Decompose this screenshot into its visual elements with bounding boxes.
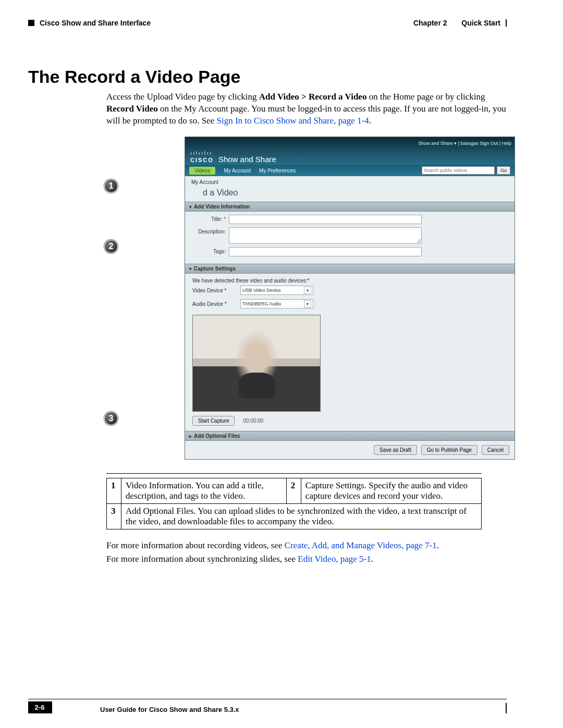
video-device-label: Video Device * <box>192 288 235 293</box>
audio-device-select[interactable]: TANDBERG Audio▾ <box>240 299 313 309</box>
signin-link[interactable]: Sign In to Cisco Show and Share, page 1-… <box>217 116 369 126</box>
chevron-down-icon: ▾ <box>304 300 311 307</box>
header-square-icon <box>28 20 34 26</box>
capture-timer: 00:00:00 <box>243 418 263 424</box>
breadcrumb[interactable]: My Account <box>185 176 515 188</box>
more-info-sync: For more information about synchronizing… <box>106 552 507 566</box>
description-label: Description: <box>192 227 229 237</box>
tab-my-account[interactable]: My Account <box>224 168 251 174</box>
legend-num-3: 3 <box>107 504 121 529</box>
app-screenshot: Show and Share ▾ | basugas Sign Out | He… <box>185 137 515 460</box>
audio-device-label: Audio Device * <box>192 301 235 307</box>
tab-my-preferences[interactable]: My Preferences <box>259 168 296 174</box>
accordion-video-info[interactable]: Add Video Information <box>185 202 515 212</box>
save-draft-button[interactable]: Save as Draft <box>374 445 417 455</box>
product-name: Show and Share <box>218 155 276 164</box>
legend-num-2: 2 <box>286 478 301 504</box>
detected-devices-msg: We have detected these video and audio d… <box>185 274 515 283</box>
tab-videos[interactable]: Videos <box>189 167 215 175</box>
page-title: The Record a Video Page <box>28 67 507 87</box>
brand-row: ıılıılıı CISCO Show and Share <box>185 150 515 165</box>
page-footer: 2-6 User Guide for Cisco Show and Share … <box>28 699 507 713</box>
title-input[interactable] <box>229 215 422 224</box>
footer-bar-icon <box>506 703 507 713</box>
cancel-button[interactable]: Cancel <box>482 445 509 455</box>
callout-1-icon: 1 <box>104 179 118 193</box>
tags-input[interactable] <box>229 247 422 256</box>
callout-2-icon: 2 <box>104 240 118 253</box>
chevron-right-icon <box>189 433 192 439</box>
accordion-capture-settings[interactable]: Capture Settings <box>185 264 515 274</box>
description-input[interactable] <box>229 227 422 244</box>
chevron-down-icon <box>189 266 192 272</box>
legend-text-1: Video Information. You can add a title, … <box>121 478 287 504</box>
accordion-optional-files[interactable]: Add Optional Files <box>185 431 515 441</box>
callout-3-icon: 3 <box>104 412 118 425</box>
legend-text-3: Add Optional Files. You can upload slide… <box>121 504 482 529</box>
publish-button[interactable]: Go to Publish Page <box>421 445 478 455</box>
cisco-wordmark: CISCO <box>190 157 214 163</box>
more-info-recording: For more information about recording vid… <box>106 539 507 552</box>
app-top-bar: Show and Share ▾ | basugas Sign Out | He… <box>185 137 515 150</box>
title-label: Title: <box>211 216 222 222</box>
video-device-select[interactable]: USB Video Device▾ <box>240 286 313 295</box>
running-header: Cisco Show and Share Interface Chapter 2… <box>28 19 507 29</box>
divider <box>106 473 482 474</box>
search-go-button[interactable]: Go <box>497 166 510 175</box>
chevron-down-icon <box>189 204 192 209</box>
start-capture-button[interactable]: Start Capture <box>192 416 235 426</box>
header-chapter-num: Chapter 2 <box>413 19 447 27</box>
video-preview <box>192 315 321 412</box>
chevron-down-icon: ▾ <box>304 287 311 294</box>
top-links[interactable]: Show and Share ▾ | basugas Sign Out | He… <box>418 141 511 146</box>
search-input[interactable] <box>422 166 495 175</box>
legend-num-1: 1 <box>107 478 121 504</box>
manage-videos-link[interactable]: Create, Add, and Manage Videos, page 7-1 <box>285 540 437 550</box>
header-section: Cisco Show and Share Interface <box>40 19 151 27</box>
header-chapter-title: Quick Start <box>461 19 500 27</box>
edit-video-link[interactable]: Edit Video, page 5-1 <box>298 554 371 564</box>
legend-text-2: Capture Settings. Specify the audio and … <box>301 478 481 504</box>
tags-label: Tags: <box>192 247 229 256</box>
record-video-heading: d a Video <box>185 188 515 202</box>
page-number: 2-6 <box>28 701 52 713</box>
header-bar-icon <box>506 19 507 27</box>
callout-legend-table: 1 Video Information. You can add a title… <box>106 478 482 529</box>
footer-doc-title: User Guide for Cisco Show and Share 5.3.… <box>52 706 239 713</box>
intro-paragraph: Access the Upload Video page by clicking… <box>106 91 507 127</box>
